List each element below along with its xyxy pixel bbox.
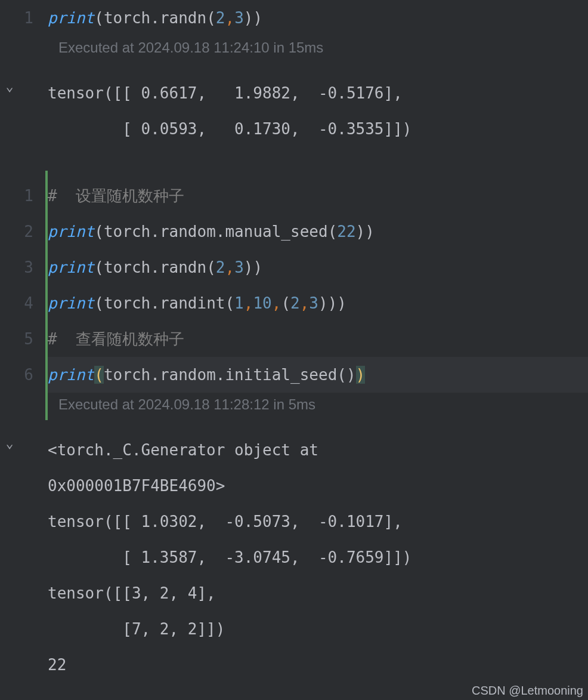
line-number: 3 [24, 249, 33, 285]
chevron-down-icon[interactable]: ⌄ [0, 436, 19, 451]
output-gutter: ⌄ [0, 432, 19, 683]
line-number: 2 [24, 214, 33, 249]
line-number: 5 [24, 321, 33, 357]
line-number: 1 [24, 178, 33, 214]
execution-status: Executed at 2024.09.18 11:24:10 in 15ms [48, 36, 588, 63]
code-cell-2: 1 2 3 4 5 6 # 设置随机数种子 print(torch.random… [0, 171, 588, 420]
line-number: 4 [24, 285, 33, 321]
chevron-down-icon[interactable]: ⌄ [0, 79, 19, 94]
output-text: tensor([[ 0.6617, 1.9882, -0.5176], [ 0.… [19, 75, 588, 147]
code-line[interactable]: # 设置随机数种子 [48, 178, 588, 214]
output-text: <torch._C.Generator object at 0x000001B7… [19, 432, 588, 683]
line-number: 6 [24, 357, 33, 393]
execution-status: Executed at 2024.09.18 11:28:12 in 5ms [48, 393, 588, 420]
watermark: CSDN @Letmooning [472, 684, 583, 689]
code-line[interactable]: # 查看随机数种子 [48, 321, 588, 357]
output-gutter: ⌄ [0, 75, 19, 147]
code-line[interactable]: print(torch.random.manual_seed(22)) [48, 214, 588, 249]
code-area[interactable]: print(torch.randn(2,3)) Executed at 2024… [48, 0, 588, 63]
output-block-2: ⌄ <torch._C.Generator object at 0x000001… [0, 420, 588, 689]
code-line[interactable]: print(torch.randn(2,3)) [48, 0, 588, 36]
code-line[interactable]: print(torch.randint(1,10,(2,3))) [48, 285, 588, 321]
code-cell-1: 1 print(torch.randn(2,3)) Executed at 20… [0, 0, 588, 63]
gutter: 1 2 3 4 5 6 [0, 171, 45, 420]
line-number: 1 [24, 0, 33, 36]
code-area[interactable]: # 设置随机数种子 print(torch.random.manual_seed… [48, 171, 588, 420]
code-line[interactable]: print(torch.randn(2,3)) [48, 249, 588, 285]
output-block-1: ⌄ tensor([[ 0.6617, 1.9882, -0.5176], [ … [0, 63, 588, 171]
code-line[interactable]: print(torch.random.initial_seed()) [48, 357, 588, 393]
gutter: 1 [0, 0, 45, 63]
